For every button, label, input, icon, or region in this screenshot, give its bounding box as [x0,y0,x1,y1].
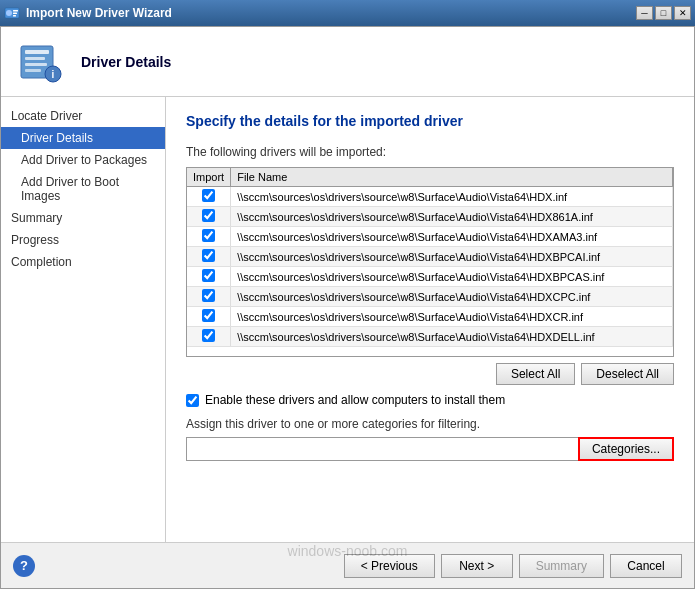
table-cell-filename: \\sccm\sources\os\drivers\source\w8\Surf… [231,287,673,307]
table-cell-import [187,207,231,227]
content-title: Specify the details for the imported dri… [186,113,674,129]
svg-rect-8 [25,63,47,66]
cancel-button[interactable]: Cancel [610,554,682,578]
row-checkbox-6[interactable] [202,309,215,322]
col-import: Import [187,168,231,187]
table-cell-filename: \\sccm\sources\os\drivers\source\w8\Surf… [231,187,673,207]
categories-row: Categories... [186,437,674,461]
svg-rect-3 [13,13,17,15]
sidebar-item-progress[interactable]: Progress [1,229,165,251]
table-row: \\sccm\sources\os\drivers\source\w8\Surf… [187,327,673,347]
svg-rect-6 [25,50,49,54]
table-row: \\sccm\sources\os\drivers\source\w8\Surf… [187,267,673,287]
minimize-button[interactable]: ─ [636,6,653,20]
table-row: \\sccm\sources\os\drivers\source\w8\Surf… [187,227,673,247]
driver-table: Import File Name \\sccm\sources\os\drive… [187,168,673,347]
sidebar-item-driver-details[interactable]: Driver Details [1,127,165,149]
table-cell-filename: \\sccm\sources\os\drivers\source\w8\Surf… [231,247,673,267]
table-cell-import [187,247,231,267]
table-row: \\sccm\sources\os\drivers\source\w8\Surf… [187,307,673,327]
content-subtitle: The following drivers will be imported: [186,145,674,159]
wizard-icon [4,5,20,21]
row-checkbox-4[interactable] [202,269,215,282]
table-row: \\sccm\sources\os\drivers\source\w8\Surf… [187,287,673,307]
categories-input[interactable] [186,437,578,461]
svg-rect-7 [25,57,45,60]
title-bar-controls[interactable]: ─ □ ✕ [636,6,691,20]
wizard-content: Specify the details for the imported dri… [166,97,694,542]
wizard-sidebar: Locate Driver Driver Details Add Driver … [1,97,166,542]
summary-button[interactable]: Summary [519,554,604,578]
next-button[interactable]: Next > [441,554,513,578]
sidebar-item-summary[interactable]: Summary [1,207,165,229]
sidebar-item-locate-driver[interactable]: Locate Driver [1,105,165,127]
categories-label: Assign this driver to one or more catego… [186,417,674,431]
row-checkbox-2[interactable] [202,229,215,242]
sidebar-item-add-packages[interactable]: Add Driver to Packages [1,149,165,171]
wizard-header: i Driver Details [1,27,694,97]
maximize-button[interactable]: □ [655,6,672,20]
table-cell-import [187,327,231,347]
table-cell-import [187,287,231,307]
table-cell-filename: \\sccm\sources\os\drivers\source\w8\Surf… [231,207,673,227]
table-cell-import [187,307,231,327]
deselect-all-button[interactable]: Deselect All [581,363,674,385]
select-all-button[interactable]: Select All [496,363,575,385]
row-checkbox-5[interactable] [202,289,215,302]
footer-left: ? [13,555,35,577]
svg-rect-4 [13,15,16,17]
table-cell-filename: \\sccm\sources\os\drivers\source\w8\Surf… [231,227,673,247]
enable-drivers-label[interactable]: Enable these drivers and allow computers… [205,393,505,407]
title-bar-text: Import New Driver Wizard [26,6,172,20]
previous-button[interactable]: < Previous [344,554,435,578]
table-row: \\sccm\sources\os\drivers\source\w8\Surf… [187,207,673,227]
enable-drivers-checkbox[interactable] [186,394,199,407]
col-filename: File Name [231,168,673,187]
svg-rect-9 [25,69,41,72]
title-bar: Import New Driver Wizard ─ □ ✕ [0,0,695,26]
table-row: \\sccm\sources\os\drivers\source\w8\Surf… [187,247,673,267]
wizard-body: Locate Driver Driver Details Add Driver … [1,97,694,542]
help-button[interactable]: ? [13,555,35,577]
table-cell-import [187,267,231,287]
select-btns-row: Select All Deselect All [186,363,674,385]
table-cell-filename: \\sccm\sources\os\drivers\source\w8\Surf… [231,327,673,347]
svg-text:i: i [52,69,55,80]
svg-rect-2 [13,10,18,12]
row-checkbox-3[interactable] [202,249,215,262]
header-title: Driver Details [81,54,171,70]
close-button[interactable]: ✕ [674,6,691,20]
wizard-footer: ? < Previous Next > Summary Cancel [1,542,694,588]
sidebar-item-completion[interactable]: Completion [1,251,165,273]
table-cell-import [187,187,231,207]
categories-button[interactable]: Categories... [578,437,674,461]
footer-buttons: < Previous Next > Summary Cancel [344,554,682,578]
table-cell-import [187,227,231,247]
table-cell-filename: \\sccm\sources\os\drivers\source\w8\Surf… [231,267,673,287]
table-cell-filename: \\sccm\sources\os\drivers\source\w8\Surf… [231,307,673,327]
header-icon: i [17,38,65,86]
driver-table-container[interactable]: Import File Name \\sccm\sources\os\drive… [186,167,674,357]
enable-drivers-row: Enable these drivers and allow computers… [186,393,674,407]
sidebar-item-add-boot-images[interactable]: Add Driver to Boot Images [1,171,165,207]
row-checkbox-0[interactable] [202,189,215,202]
table-row: \\sccm\sources\os\drivers\source\w8\Surf… [187,187,673,207]
wizard-container: i Driver Details Locate Driver Driver De… [0,26,695,589]
svg-point-1 [6,10,12,16]
row-checkbox-1[interactable] [202,209,215,222]
row-checkbox-7[interactable] [202,329,215,342]
